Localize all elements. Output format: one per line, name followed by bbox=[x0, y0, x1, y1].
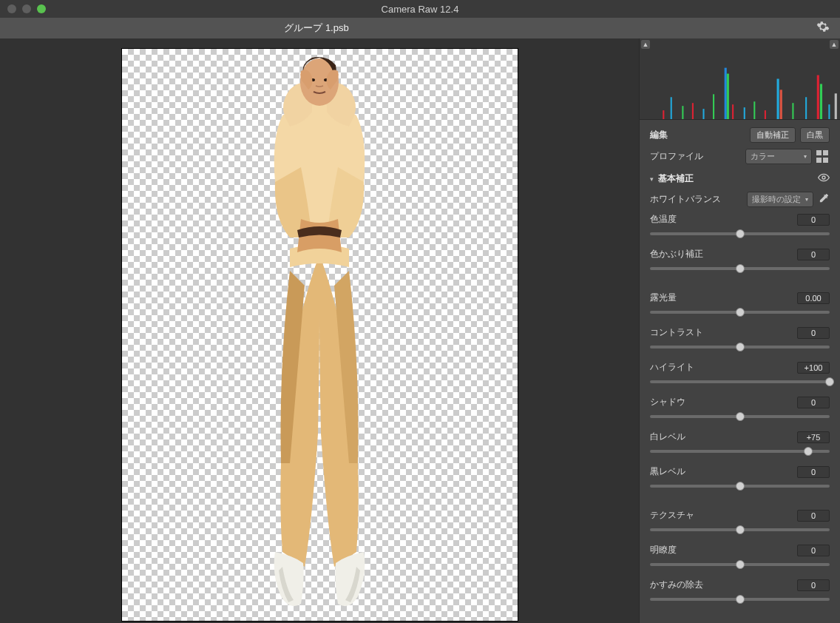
whites-slider: 白レベル bbox=[650, 431, 830, 458]
app-title: Camera Raw 12.4 bbox=[0, 4, 840, 15]
svg-rect-3 bbox=[663, 110, 664, 119]
visibility-eye-icon[interactable] bbox=[818, 172, 830, 186]
svg-rect-10 bbox=[727, 74, 729, 119]
highlight-clip-warning-icon[interactable]: ▲ bbox=[830, 40, 839, 49]
svg-rect-18 bbox=[805, 97, 807, 119]
clarity-value-input[interactable] bbox=[797, 545, 830, 556]
tint-thumb[interactable] bbox=[736, 264, 745, 273]
whites-track[interactable] bbox=[650, 445, 830, 458]
contrast-thumb[interactable] bbox=[736, 343, 745, 351]
svg-rect-5 bbox=[682, 106, 683, 119]
blacks-track[interactable] bbox=[650, 479, 830, 493]
dehaze-track[interactable] bbox=[650, 593, 830, 606]
clarity-label: 明瞭度 bbox=[650, 544, 677, 556]
bw-button[interactable]: 白黒 bbox=[800, 127, 830, 143]
temperature-value-input[interactable] bbox=[797, 214, 830, 226]
clarity-track[interactable] bbox=[650, 558, 830, 571]
document-filename: グループ 1.psb bbox=[0, 21, 633, 35]
highlights-slider: ハイライト bbox=[650, 361, 830, 388]
canvas-area[interactable] bbox=[0, 38, 639, 623]
shadows-track[interactable] bbox=[650, 410, 830, 423]
eyedropper-icon[interactable] bbox=[818, 192, 830, 206]
svg-rect-14 bbox=[765, 110, 766, 119]
blacks-thumb[interactable] bbox=[736, 482, 745, 491]
dehaze-value-input[interactable] bbox=[797, 579, 830, 591]
svg-rect-22 bbox=[835, 93, 837, 119]
svg-rect-11 bbox=[732, 104, 734, 119]
highlights-track[interactable] bbox=[650, 375, 830, 388]
shadow-clip-warning-icon[interactable]: ▲ bbox=[641, 40, 650, 49]
texture-label: テクスチャ bbox=[650, 509, 694, 522]
svg-rect-12 bbox=[744, 107, 745, 119]
profile-label: プロファイル bbox=[650, 150, 741, 163]
dehaze-slider: かすみの除去 bbox=[650, 579, 830, 606]
svg-rect-13 bbox=[753, 101, 755, 119]
chevron-down-icon[interactable]: ▾ bbox=[650, 175, 654, 183]
svg-rect-17 bbox=[792, 103, 793, 119]
shadows-value-input[interactable] bbox=[797, 397, 830, 408]
exposure-value-input[interactable] bbox=[797, 292, 830, 304]
temperature-thumb[interactable] bbox=[736, 229, 745, 238]
white-balance-select[interactable]: 撮影時の設定 ▾ bbox=[747, 192, 813, 207]
contrast-slider: コントラスト bbox=[650, 326, 830, 354]
exposure-thumb[interactable] bbox=[736, 308, 745, 317]
texture-track[interactable] bbox=[650, 523, 830, 536]
whites-label: 白レベル bbox=[650, 431, 685, 443]
tint-label: 色かぶり補正 bbox=[650, 248, 703, 260]
exposure-track[interactable] bbox=[650, 306, 830, 319]
document-canvas[interactable] bbox=[122, 49, 518, 621]
chevron-down-icon: ▾ bbox=[805, 196, 808, 203]
shadows-label: シャドウ bbox=[650, 396, 685, 408]
clarity-thumb[interactable] bbox=[736, 560, 745, 569]
texture-thumb[interactable] bbox=[736, 525, 745, 534]
svg-rect-8 bbox=[713, 94, 714, 119]
whites-thumb[interactable] bbox=[804, 447, 813, 456]
dehaze-thumb[interactable] bbox=[736, 595, 745, 604]
title-bar: Camera Raw 12.4 bbox=[0, 0, 840, 18]
dehaze-label: かすみの除去 bbox=[650, 579, 703, 591]
white-balance-label: ホワイトバランス bbox=[650, 193, 742, 206]
blacks-slider: 黒レベル bbox=[650, 465, 830, 493]
svg-point-23 bbox=[822, 176, 825, 179]
settings-gear-icon[interactable] bbox=[816, 20, 830, 36]
document-bar: グループ 1.psb bbox=[0, 18, 840, 38]
tint-slider: 色かぶり補正 bbox=[650, 248, 830, 275]
temperature-track[interactable] bbox=[650, 227, 830, 240]
highlights-thumb[interactable] bbox=[825, 377, 834, 386]
svg-rect-19 bbox=[817, 75, 819, 119]
profile-select[interactable]: カラー ▾ bbox=[745, 149, 812, 164]
contrast-value-input[interactable] bbox=[797, 327, 830, 339]
histogram[interactable]: ▲ ▲ bbox=[640, 38, 840, 120]
contrast-label: コントラスト bbox=[650, 326, 703, 339]
shadows-thumb[interactable] bbox=[736, 412, 745, 421]
shadows-slider: シャドウ bbox=[650, 396, 830, 423]
clarity-slider: 明瞭度 bbox=[650, 544, 830, 571]
tint-value-input[interactable] bbox=[797, 249, 830, 260]
svg-rect-15 bbox=[777, 79, 779, 120]
tint-track[interactable] bbox=[650, 262, 830, 275]
svg-rect-6 bbox=[692, 103, 694, 119]
auto-adjust-button[interactable]: 自動補正 bbox=[750, 127, 796, 143]
blacks-value-input[interactable] bbox=[797, 466, 830, 478]
white-balance-value: 撮影時の設定 bbox=[752, 194, 801, 205]
svg-rect-16 bbox=[780, 90, 782, 119]
edit-sidebar: ▲ ▲ bbox=[639, 38, 840, 623]
exposure-slider: 露光量 bbox=[650, 292, 830, 319]
texture-value-input[interactable] bbox=[797, 510, 830, 522]
blacks-label: 黒レベル bbox=[650, 465, 685, 478]
highlights-value-input[interactable] bbox=[797, 362, 830, 374]
svg-rect-7 bbox=[702, 109, 704, 119]
texture-slider: テクスチャ bbox=[650, 509, 830, 536]
svg-rect-20 bbox=[820, 84, 822, 119]
svg-rect-4 bbox=[671, 97, 672, 119]
contrast-track[interactable] bbox=[650, 340, 830, 354]
temperature-slider: 色温度 bbox=[650, 213, 830, 240]
basic-section-title: 基本補正 bbox=[658, 172, 813, 185]
chevron-down-icon: ▾ bbox=[804, 153, 807, 160]
whites-value-input[interactable] bbox=[797, 431, 830, 443]
profile-browser-icon[interactable] bbox=[816, 150, 830, 164]
temperature-label: 色温度 bbox=[650, 213, 677, 226]
image-content bbox=[201, 49, 438, 611]
profile-select-value: カラー bbox=[751, 151, 775, 162]
highlights-label: ハイライト bbox=[650, 361, 694, 374]
